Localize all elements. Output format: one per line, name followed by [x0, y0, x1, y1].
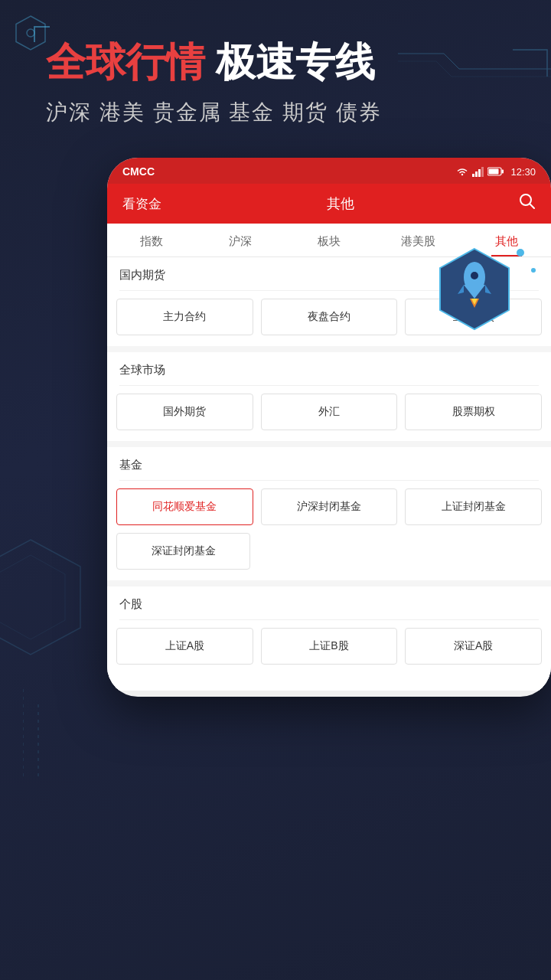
tab-hushen[interactable]: 沪深 [196, 224, 285, 256]
battery-icon [487, 167, 504, 176]
status-bar: CMCC [107, 158, 551, 184]
btn-foreign-futures[interactable]: 国外期货 [116, 394, 253, 430]
section-funds-title: 基金 [107, 447, 551, 480]
title-rest: 极速专线 [205, 40, 375, 84]
tab-index[interactable]: 指数 [107, 224, 196, 256]
rocket-dot1 [517, 249, 524, 256]
individual-stocks-buttons: 上证A股 上证B股 深证A股 [107, 620, 551, 675]
svg-rect-14 [472, 174, 474, 177]
btn-shenzhen-closed-fund[interactable]: 深证封闭基金 [116, 533, 250, 570]
search-icon [519, 193, 536, 210]
svg-rect-20 [489, 169, 499, 175]
status-icons: 12:30 [455, 166, 536, 178]
section-global-market-title: 全球市场 [107, 352, 551, 385]
phone-mockup: CMCC [107, 158, 551, 697]
section-individual-stocks-title: 个股 [107, 586, 551, 619]
hex-left-icon [0, 536, 84, 658]
header-title: 全球行情 极速专线 [46, 38, 505, 86]
app-header-center: 其他 [327, 194, 354, 213]
btn-tonghuashun-fund[interactable]: 同花顺爱基金 [116, 488, 253, 525]
wifi-icon [455, 166, 469, 177]
section-global-market: 全球市场 国外期货 外汇 股票期权 [107, 352, 551, 441]
header-subtitle: 沪深 港美 贵金属 基金 期货 债券 [46, 98, 505, 127]
svg-marker-2 [0, 540, 80, 655]
svg-rect-17 [481, 167, 484, 177]
svg-rect-15 [475, 172, 478, 177]
search-button[interactable] [519, 193, 536, 214]
funds-buttons: 同花顺爱基金 沪深封闭基金 上证封闭基金 深证封闭基金 [107, 481, 551, 580]
rocket-dot2 [531, 268, 536, 273]
section-funds: 基金 同花顺爱基金 沪深封闭基金 上证封闭基金 深证封闭基金 [107, 447, 551, 580]
btn-stock-options[interactable]: 股票期权 [405, 394, 542, 430]
btn-main-contract[interactable]: 主力合约 [116, 299, 253, 335]
corner-tl-icon [31, 23, 69, 61]
btn-shanghai-b[interactable]: 上证B股 [261, 628, 398, 665]
signal-icon [472, 166, 484, 177]
btn-forex[interactable]: 外汇 [261, 394, 398, 430]
btn-hushen-closed-fund[interactable]: 沪深封闭基金 [261, 488, 398, 525]
svg-marker-3 [0, 555, 65, 639]
svg-line-22 [530, 204, 534, 208]
tab-block[interactable]: 板块 [285, 224, 373, 256]
rocket-decoration [436, 245, 513, 333]
btn-shanghai-a[interactable]: 上证A股 [116, 628, 253, 665]
svg-point-9 [471, 272, 478, 279]
rocket-hexagon-icon [436, 245, 513, 333]
global-market-buttons: 国外期货 外汇 股票期权 [107, 386, 551, 441]
time-display: 12:30 [510, 166, 536, 178]
btn-shanghai-closed-fund[interactable]: 上证封闭基金 [405, 488, 542, 525]
btn-shenzhen-a[interactable]: 深证A股 [405, 628, 542, 665]
content-continuation [107, 675, 551, 691]
main-wrapper: 全球行情 极速专线 沪深 港美 贵金属 基金 期货 债券 CMCC [0, 0, 551, 980]
carrier-text: CMCC [122, 165, 155, 178]
app-header-left[interactable]: 看资金 [122, 195, 161, 213]
section-individual-stocks: 个股 上证A股 上证B股 深证A股 [107, 586, 551, 691]
btn-night-contract[interactable]: 夜盘合约 [261, 299, 398, 335]
svg-rect-19 [502, 170, 504, 174]
app-header: 看资金 其他 [107, 184, 551, 224]
title-highlight: 全球行情 [46, 40, 205, 84]
header-banner: 全球行情 极速专线 沪深 港美 贵金属 基金 期货 债券 [0, 0, 551, 158]
svg-rect-16 [478, 169, 481, 177]
dots-decoration [23, 689, 84, 781]
